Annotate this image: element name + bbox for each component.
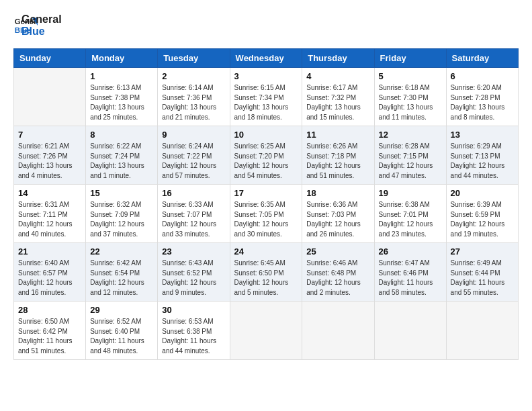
day-info: Sunrise: 6:14 AMSunset: 7:36 PMDaylight:…	[162, 83, 225, 122]
day-number: 13	[451, 130, 514, 140]
calendar-cell: 21Sunrise: 6:40 AMSunset: 6:57 PMDayligh…	[14, 243, 86, 302]
day-number: 17	[234, 188, 298, 198]
day-info: Sunrise: 6:22 AMSunset: 7:24 PMDaylight:…	[90, 142, 153, 181]
day-info: Sunrise: 6:26 AMSunset: 7:18 PMDaylight:…	[306, 142, 369, 181]
calendar-cell: 27Sunrise: 6:49 AMSunset: 6:44 PMDayligh…	[446, 243, 518, 302]
logo-text-general: General	[21, 13, 62, 26]
day-number: 18	[306, 188, 369, 198]
calendar-cell: 1Sunrise: 6:13 AMSunset: 7:38 PMDaylight…	[86, 68, 158, 126]
calendar-cell	[374, 302, 446, 360]
calendar-cell: 24Sunrise: 6:45 AMSunset: 6:50 PMDayligh…	[230, 243, 302, 302]
day-info: Sunrise: 6:32 AMSunset: 7:09 PMDaylight:…	[90, 200, 153, 239]
day-number: 29	[90, 305, 153, 315]
day-info: Sunrise: 6:47 AMSunset: 6:46 PMDaylight:…	[379, 259, 442, 298]
day-info: Sunrise: 6:13 AMSunset: 7:38 PMDaylight:…	[90, 83, 153, 122]
day-info: Sunrise: 6:50 AMSunset: 6:42 PMDaylight:…	[18, 317, 81, 356]
day-info: Sunrise: 6:38 AMSunset: 7:01 PMDaylight:…	[379, 200, 442, 239]
calendar-cell: 15Sunrise: 6:32 AMSunset: 7:09 PMDayligh…	[86, 185, 158, 243]
day-info: Sunrise: 6:46 AMSunset: 6:48 PMDaylight:…	[306, 259, 369, 298]
day-number: 28	[18, 305, 81, 315]
calendar-cell: 14Sunrise: 6:31 AMSunset: 7:11 PMDayligh…	[14, 185, 86, 243]
day-number: 30	[162, 305, 225, 315]
calendar-cell: 22Sunrise: 6:42 AMSunset: 6:54 PMDayligh…	[86, 243, 158, 302]
day-number: 25	[306, 246, 369, 257]
calendar-cell: 17Sunrise: 6:35 AMSunset: 7:05 PMDayligh…	[230, 185, 302, 243]
calendar-cell: 30Sunrise: 6:53 AMSunset: 6:38 PMDayligh…	[158, 302, 230, 360]
day-number: 12	[379, 130, 442, 140]
calendar-cell: 29Sunrise: 6:52 AMSunset: 6:40 PMDayligh…	[86, 302, 158, 360]
week-row-5: 28Sunrise: 6:50 AMSunset: 6:42 PMDayligh…	[14, 302, 519, 360]
calendar-cell	[302, 302, 374, 360]
col-header-tuesday: Tuesday	[158, 49, 230, 68]
day-number: 9	[162, 130, 225, 140]
day-number: 26	[379, 246, 442, 257]
calendar-cell: 7Sunrise: 6:21 AMSunset: 7:26 PMDaylight…	[14, 126, 86, 185]
calendar-cell: 28Sunrise: 6:50 AMSunset: 6:42 PMDayligh…	[14, 302, 86, 360]
day-number: 27	[451, 246, 514, 257]
day-info: Sunrise: 6:53 AMSunset: 6:38 PMDaylight:…	[162, 317, 225, 356]
day-number: 20	[451, 188, 514, 198]
calendar-cell: 11Sunrise: 6:26 AMSunset: 7:18 PMDayligh…	[302, 126, 374, 185]
day-info: Sunrise: 6:35 AMSunset: 7:05 PMDaylight:…	[234, 200, 298, 239]
day-number: 14	[18, 188, 81, 198]
day-info: Sunrise: 6:31 AMSunset: 7:11 PMDaylight:…	[18, 200, 81, 239]
day-info: Sunrise: 6:25 AMSunset: 7:20 PMDaylight:…	[234, 142, 298, 181]
day-number: 16	[162, 188, 225, 198]
col-header-thursday: Thursday	[302, 49, 374, 68]
day-info: Sunrise: 6:49 AMSunset: 6:44 PMDaylight:…	[451, 259, 514, 298]
calendar-cell	[446, 302, 518, 360]
calendar-cell: 4Sunrise: 6:17 AMSunset: 7:32 PMDaylight…	[302, 68, 374, 126]
day-number: 8	[90, 130, 153, 140]
day-number: 2	[162, 71, 225, 81]
day-info: Sunrise: 6:20 AMSunset: 7:28 PMDaylight:…	[451, 83, 514, 122]
calendar-cell: 8Sunrise: 6:22 AMSunset: 7:24 PMDaylight…	[86, 126, 158, 185]
logo-text-blue: Blue	[21, 26, 62, 38]
day-number: 19	[379, 188, 442, 198]
day-info: Sunrise: 6:29 AMSunset: 7:13 PMDaylight:…	[451, 142, 514, 181]
calendar-cell	[230, 302, 302, 360]
day-info: Sunrise: 6:40 AMSunset: 6:57 PMDaylight:…	[18, 259, 81, 298]
day-info: Sunrise: 6:21 AMSunset: 7:26 PMDaylight:…	[18, 142, 81, 181]
day-number: 6	[451, 71, 514, 81]
week-row-3: 14Sunrise: 6:31 AMSunset: 7:11 PMDayligh…	[14, 185, 519, 243]
calendar-cell: 13Sunrise: 6:29 AMSunset: 7:13 PMDayligh…	[446, 126, 518, 185]
day-number: 10	[234, 130, 298, 140]
calendar-cell: 25Sunrise: 6:46 AMSunset: 6:48 PMDayligh…	[302, 243, 374, 302]
day-info: Sunrise: 6:42 AMSunset: 6:54 PMDaylight:…	[90, 259, 153, 298]
calendar-cell: 9Sunrise: 6:24 AMSunset: 7:22 PMDaylight…	[158, 126, 230, 185]
week-row-1: 1Sunrise: 6:13 AMSunset: 7:38 PMDaylight…	[14, 68, 519, 126]
calendar-table: SundayMondayTuesdayWednesdayThursdayFrid…	[13, 48, 519, 360]
calendar-cell: 18Sunrise: 6:36 AMSunset: 7:03 PMDayligh…	[302, 185, 374, 243]
day-number: 21	[18, 246, 81, 257]
day-info: Sunrise: 6:24 AMSunset: 7:22 PMDaylight:…	[162, 142, 225, 181]
day-info: Sunrise: 6:18 AMSunset: 7:30 PMDaylight:…	[379, 83, 442, 122]
day-info: Sunrise: 6:45 AMSunset: 6:50 PMDaylight:…	[234, 259, 298, 298]
day-number: 11	[306, 130, 369, 140]
day-info: Sunrise: 6:17 AMSunset: 7:32 PMDaylight:…	[306, 83, 369, 122]
col-header-friday: Friday	[374, 49, 446, 68]
calendar-cell: 12Sunrise: 6:28 AMSunset: 7:15 PMDayligh…	[374, 126, 446, 185]
calendar-cell: 16Sunrise: 6:33 AMSunset: 7:07 PMDayligh…	[158, 185, 230, 243]
calendar-cell: 20Sunrise: 6:39 AMSunset: 6:59 PMDayligh…	[446, 185, 518, 243]
calendar-header-row: SundayMondayTuesdayWednesdayThursdayFrid…	[14, 49, 519, 68]
week-row-4: 21Sunrise: 6:40 AMSunset: 6:57 PMDayligh…	[14, 243, 519, 302]
day-info: Sunrise: 6:28 AMSunset: 7:15 PMDaylight:…	[379, 142, 442, 181]
day-number: 4	[306, 71, 369, 81]
page-header: General Blue General Blue	[13, 13, 519, 38]
day-info: Sunrise: 6:39 AMSunset: 6:59 PMDaylight:…	[451, 200, 514, 239]
day-info: Sunrise: 6:15 AMSunset: 7:34 PMDaylight:…	[234, 83, 298, 122]
calendar-cell: 6Sunrise: 6:20 AMSunset: 7:28 PMDaylight…	[446, 68, 518, 126]
col-header-monday: Monday	[86, 49, 158, 68]
calendar-cell: 23Sunrise: 6:43 AMSunset: 6:52 PMDayligh…	[158, 243, 230, 302]
day-number: 23	[162, 246, 225, 257]
calendar-cell: 10Sunrise: 6:25 AMSunset: 7:20 PMDayligh…	[230, 126, 302, 185]
day-number: 5	[379, 71, 442, 81]
col-header-wednesday: Wednesday	[230, 49, 302, 68]
day-info: Sunrise: 6:52 AMSunset: 6:40 PMDaylight:…	[90, 317, 153, 356]
calendar-cell: 5Sunrise: 6:18 AMSunset: 7:30 PMDaylight…	[374, 68, 446, 126]
day-info: Sunrise: 6:36 AMSunset: 7:03 PMDaylight:…	[306, 200, 369, 239]
logo: General Blue General Blue	[13, 13, 62, 38]
calendar-cell: 2Sunrise: 6:14 AMSunset: 7:36 PMDaylight…	[158, 68, 230, 126]
day-number: 7	[18, 130, 81, 140]
day-number: 22	[90, 246, 153, 257]
